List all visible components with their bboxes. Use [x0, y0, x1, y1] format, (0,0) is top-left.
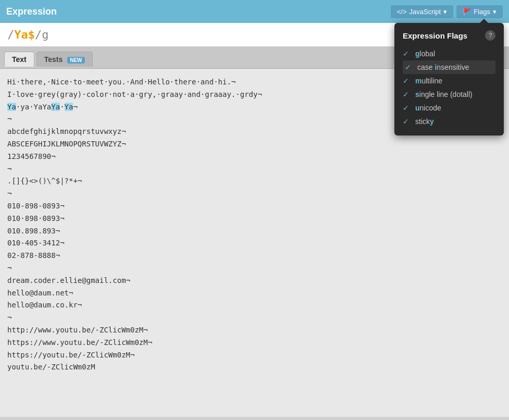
flags-dropdown-icon: ▾ — [493, 8, 496, 16]
flag-multiline[interactable]: ✓ multiline — [403, 74, 495, 88]
regex-display[interactable]: /Ya$/g — [7, 28, 49, 41]
flag-multiline-label: multiline — [415, 77, 442, 85]
flag-singleline-check: ✓ — [403, 90, 411, 98]
flags-popup-header: Expression Flags ? — [403, 30, 495, 41]
flag-case-label: case insensitive — [417, 63, 469, 71]
regex-pattern: Ya$ — [14, 28, 35, 41]
flag-case-check: ✓ — [405, 63, 413, 71]
flag-unicode-check: ✓ — [403, 104, 411, 112]
flags-popup: Expression Flags ? ✓ global ✓ case insen… — [394, 23, 504, 135]
flag-sticky-key: y — [430, 117, 434, 126]
flag-multiline-check: ✓ — [403, 77, 411, 85]
javascript-button[interactable]: </> JavaScript ▾ — [391, 5, 454, 18]
flag-unicode-key: u — [415, 104, 420, 112]
flag-unicode[interactable]: ✓ unicode — [403, 101, 495, 115]
flag-icon: 🚩 — [463, 8, 471, 16]
tab-tests-label: Tests — [44, 55, 63, 64]
flag-unicode-label: unicode — [415, 104, 441, 112]
flag-single-line[interactable]: ✓ single line (dotall) — [403, 88, 495, 101]
flag-sticky[interactable]: ✓ sticky — [403, 115, 495, 128]
app-title: Expression — [6, 6, 57, 17]
flag-sticky-check: ✓ — [403, 117, 411, 126]
flag-global-label: global — [415, 50, 435, 58]
js-dropdown-icon: ▾ — [443, 8, 447, 16]
flag-singleline-label: single line (dotall) — [415, 90, 473, 98]
tab-tests[interactable]: Tests NEW — [36, 52, 93, 67]
flag-singleline-key: s — [415, 90, 419, 98]
flags-help-button[interactable]: ? — [485, 30, 495, 41]
code-icon: </> — [397, 8, 407, 16]
flag-global-check: ✓ — [403, 50, 411, 58]
flag-global[interactable]: ✓ global — [403, 47, 495, 60]
flag-case-insensitive[interactable]: ✓ case insensitive — [403, 60, 495, 74]
flag-case-key: i — [434, 63, 437, 71]
tab-tests-badge: NEW — [67, 57, 84, 64]
match-ya1: Ya — [7, 103, 16, 111]
flag-global-key: g — [415, 50, 420, 58]
flag-sticky-label: sticky — [415, 117, 434, 126]
header-buttons: </> JavaScript ▾ 🚩 Flags ▾ — [391, 5, 503, 18]
match-ya2: Ya — [51, 103, 60, 111]
tab-text-label: Text — [12, 55, 27, 64]
tab-text[interactable]: Text — [4, 52, 34, 67]
flag-multiline-key: m — [415, 77, 421, 85]
help-icon: ? — [489, 32, 492, 39]
flags-button[interactable]: 🚩 Flags ▾ — [456, 5, 503, 18]
flags-button-label: Flags — [474, 8, 490, 16]
header: Expression </> JavaScript ▾ 🚩 Flags ▾ — [0, 0, 509, 23]
popup-arrow — [480, 19, 488, 23]
javascript-button-label: JavaScript — [409, 8, 441, 16]
close-slash: / — [35, 28, 42, 41]
flags-popup-title: Expression Flags — [403, 31, 467, 40]
match-ya3: Ya — [65, 103, 73, 111]
regex-flags: g — [42, 28, 48, 41]
open-slash: / — [7, 28, 14, 41]
